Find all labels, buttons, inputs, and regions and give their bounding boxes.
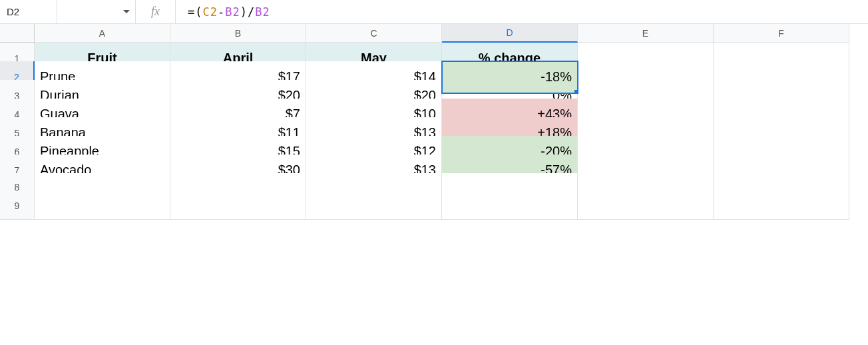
col-header-a[interactable]: A (35, 24, 170, 43)
formula-token-po: ( (195, 5, 202, 19)
cell-a9[interactable] (35, 192, 170, 220)
fx-icon: fx (136, 0, 176, 23)
formula-token-c2: C2 (203, 5, 218, 19)
formula-token-b2a: B2 (225, 5, 240, 19)
formula-token-minus: - (218, 5, 225, 19)
col-header-d[interactable]: D (442, 24, 578, 43)
cell-c9[interactable] (306, 192, 442, 220)
col-header-f[interactable]: F (714, 24, 849, 43)
name-box-dropdown[interactable] (57, 0, 136, 23)
cell-b9[interactable] (170, 192, 306, 220)
formula-token-div: / (248, 5, 255, 19)
fill-handle[interactable] (574, 90, 578, 93)
formula-token-b2b: B2 (255, 5, 270, 19)
cell-d2[interactable]: -18% (442, 61, 578, 93)
formula-token-eq: = (188, 5, 195, 19)
col-header-e[interactable]: E (578, 24, 714, 43)
row-header-9[interactable]: 9 (0, 192, 35, 220)
formula-token-pc: ) (240, 5, 248, 19)
formula-input[interactable]: = ( C2 - B2 ) / B2 (176, 0, 868, 23)
spreadsheet-grid[interactable]: A B C D E F 1 Fruit April May % change 2… (0, 24, 868, 210)
cell-d9[interactable] (442, 192, 578, 220)
cell-e9[interactable] (578, 192, 714, 220)
col-header-b[interactable]: B (170, 24, 306, 43)
select-all-corner[interactable] (0, 24, 35, 43)
col-header-c[interactable]: C (306, 24, 442, 43)
cell-d2-value: -18% (541, 69, 572, 85)
chevron-down-icon (123, 10, 130, 13)
name-box[interactable]: D2 (0, 0, 57, 23)
formula-bar: D2 fx = ( C2 - B2 ) / B2 (0, 0, 868, 24)
cell-f9[interactable] (714, 192, 849, 220)
